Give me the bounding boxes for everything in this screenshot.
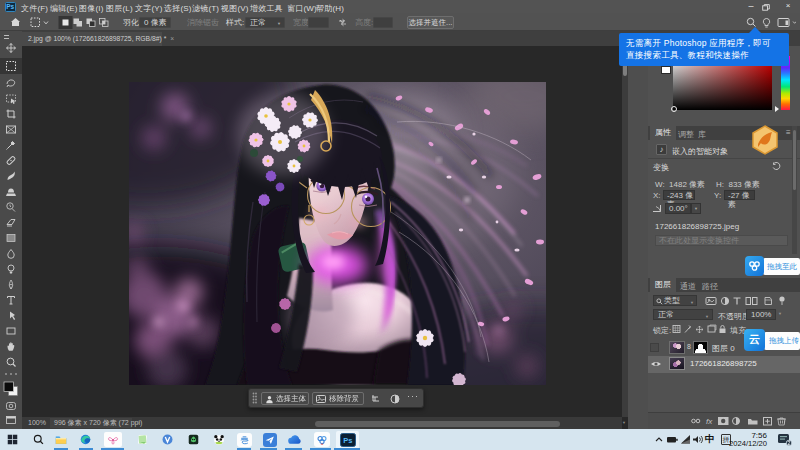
svg-text:fx: fx — [706, 417, 713, 426]
svg-text:2: 2 — [788, 440, 791, 446]
